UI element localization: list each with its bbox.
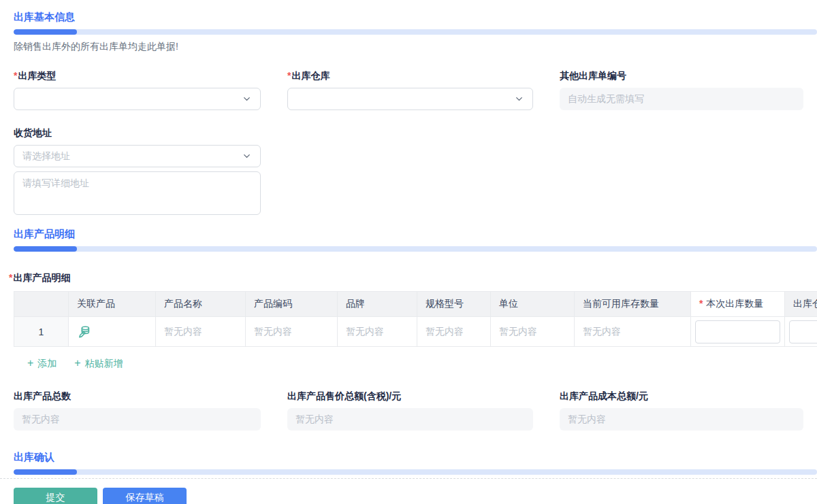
address-label: 收货地址 [14,126,261,139]
col-outbound-bin: 出库仓位 [785,292,817,317]
field-outbound-type: *出库类型 [14,69,261,110]
chevron-down-icon [242,151,252,161]
required-asterisk: * [9,272,12,283]
chevron-down-icon [514,94,524,104]
row-index: 1 [14,317,69,347]
col-outbound-qty: * 本次出库数量 [691,292,785,317]
required-asterisk: * [699,298,703,309]
available-stock-cell: 暂无内容 [575,317,691,347]
total-price-input: 暂无内容 [287,408,533,431]
section-progress-confirm [14,469,817,475]
required-asterisk: * [14,70,17,81]
col-spec-model: 规格型号 [417,292,491,317]
total-qty-input: 暂无内容 [14,408,261,431]
outbound-bin-cell [785,317,817,347]
progress-fill [14,469,77,475]
outbound-qty-input[interactable] [695,320,780,343]
save-draft-button[interactable]: 保存草稿 [103,488,187,504]
total-qty-label: 出库产品总数 [14,389,261,403]
progress-fill [14,246,77,252]
other-order-no-label: 其他出库单编号 [560,69,803,82]
basic-hint-text: 除销售出库外的所有出库单均走此单据! [14,39,803,53]
section-progress-basic [14,29,817,35]
plus-icon: + [27,356,33,370]
chevron-down-icon [242,94,252,104]
col-unit: 单位 [491,292,575,317]
address-detail-textarea[interactable]: 请填写详细地址 [14,171,261,215]
brand-cell: 暂无内容 [338,317,417,347]
col-product-name: 产品名称 [156,292,246,317]
product-code-cell: 暂无内容 [246,317,338,347]
select-product-icon[interactable] [77,324,92,339]
section-title-confirm: 出库确认 [14,450,803,465]
outbound-bin-input[interactable] [789,320,817,343]
table-row: 1 暂无内容 暂无内容 暂无内容 [14,317,817,347]
other-order-no-input: 自动生成无需填写 [560,88,803,110]
total-price-label: 出库产品售价总额(含税)/元 [287,389,533,403]
product-detail-table-wrap: 关联产品 产品名称 产品编码 品牌 规格型号 单位 当前可用库存数量 * 本次出… [14,291,817,347]
warehouse-label: *出库仓库 [287,69,533,82]
field-total-qty: 出库产品总数 暂无内容 [14,389,261,431]
field-total-cost: 出库产品成本总额/元 暂无内容 [560,389,803,431]
section-progress-products [14,246,817,252]
plus-icon: + [74,356,80,370]
field-total-price: 出库产品售价总额(含税)/元 暂无内容 [287,389,533,431]
section-title-basic: 出库基本信息 [14,10,803,24]
address-select-placeholder: 请选择地址 [22,150,242,163]
address-select[interactable]: 请选择地址 [14,145,261,167]
product-name-cell: 暂无内容 [156,317,246,347]
col-linked-product: 关联产品 [69,292,156,317]
add-row-button[interactable]: +添加 [27,356,57,370]
paste-add-button[interactable]: +粘贴新增 [74,356,123,370]
linked-product-cell [69,317,156,347]
col-brand: 品牌 [338,292,417,317]
required-asterisk: * [287,70,291,81]
table-header-row: 关联产品 产品名称 产品编码 品牌 规格型号 单位 当前可用库存数量 * 本次出… [14,292,817,317]
spec-model-cell: 暂无内容 [417,317,491,347]
unit-cell: 暂无内容 [491,317,575,347]
total-cost-input: 暂无内容 [560,408,803,431]
submit-button[interactable]: 提交 [14,488,97,504]
progress-fill [14,29,77,35]
section-title-products: 出库产品明细 [14,226,803,241]
footer-action-bar: 提交 保存草稿 [0,479,817,504]
warehouse-select[interactable] [287,88,533,110]
col-available-stock: 当前可用库存数量 [575,292,691,317]
outbound-type-label: *出库类型 [14,69,261,82]
col-index [14,292,69,317]
outbound-qty-cell [691,317,785,347]
field-address: 收货地址 请选择地址 请填写详细地址 [14,126,261,215]
col-product-code: 产品编码 [246,292,338,317]
product-detail-table: 关联产品 产品名称 产品编码 品牌 规格型号 单位 当前可用库存数量 * 本次出… [14,291,817,347]
field-warehouse: *出库仓库 [287,69,533,110]
outbound-form-page: 出库基本信息 除销售出库外的所有出库单均走此单据! *出库类型 *出库仓库 其他… [0,0,817,504]
field-other-order-no: 其他出库单编号 自动生成无需填写 [560,69,803,110]
total-cost-label: 出库产品成本总额/元 [560,389,803,403]
detail-table-label: *出库产品明细 [14,271,803,284]
outbound-type-select[interactable] [14,88,261,110]
